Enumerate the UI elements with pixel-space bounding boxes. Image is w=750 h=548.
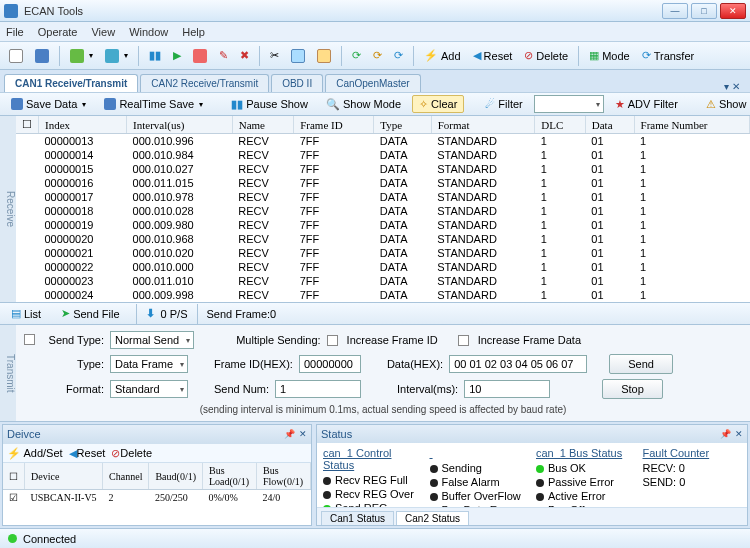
interval-input[interactable]: 10 xyxy=(464,380,550,398)
realtime-save-button[interactable]: RealTime Save▾ xyxy=(97,95,210,113)
row-check[interactable] xyxy=(24,334,35,345)
show-fault-button[interactable]: ⚠Show Fault xyxy=(699,95,750,113)
table-row[interactable]: 00000018000.010.028RECV7FFDATASTANDARD10… xyxy=(16,204,750,218)
receive-grid[interactable]: ☐ Index Interval(us) Name Frame ID Type … xyxy=(16,116,750,302)
menu-file[interactable]: File xyxy=(6,26,24,38)
pause-button[interactable]: ▮▮ xyxy=(144,46,166,66)
show-mode-button[interactable]: 🔍Show Mode xyxy=(319,95,408,113)
table-row[interactable]: 00000013000.010.996RECV7FFDATASTANDARD10… xyxy=(16,134,750,149)
data-input[interactable]: 00 01 02 03 04 05 06 07 xyxy=(449,355,587,373)
table-row[interactable]: 00000017000.010.978RECV7FFDATASTANDARD10… xyxy=(16,190,750,204)
close-button[interactable]: ✕ xyxy=(720,3,746,19)
pin-icon[interactable]: 📌 xyxy=(284,429,295,439)
dev-reset-button[interactable]: ◀Reset xyxy=(69,447,106,460)
col-index[interactable]: Index xyxy=(39,116,127,134)
frameid-input[interactable]: 00000000 xyxy=(299,355,361,373)
mode-button[interactable]: ▦Mode xyxy=(584,46,635,66)
col-device[interactable]: Device xyxy=(25,463,103,490)
tab-canopen[interactable]: CanOpenMaster xyxy=(325,74,420,92)
table-row[interactable]: 00000019000.009.980RECV7FFDATASTANDARD10… xyxy=(16,218,750,232)
col-format[interactable]: Format xyxy=(431,116,535,134)
maximize-button[interactable]: □ xyxy=(691,3,717,19)
refresh2-button[interactable]: ⟳ xyxy=(368,46,387,66)
menu-window[interactable]: Window xyxy=(129,26,168,38)
menu-operate[interactable]: Operate xyxy=(38,26,78,38)
delete-icon: ⊘ xyxy=(111,447,120,459)
delete-button[interactable]: ⊘Delete xyxy=(519,46,573,66)
send-button[interactable]: Send xyxy=(609,354,673,374)
table-row[interactable]: 00000024000.009.998RECV7FFDATASTANDARD10… xyxy=(16,288,750,302)
sendtype-select[interactable]: Normal Send xyxy=(110,331,194,349)
type-select[interactable]: Data Frame xyxy=(110,355,188,373)
menu-help[interactable]: Help xyxy=(182,26,205,38)
col-baud[interactable]: Baud(0/1) xyxy=(149,463,203,490)
close-icon[interactable]: ✕ xyxy=(299,429,307,439)
channel-button[interactable]: ▾ xyxy=(100,46,133,66)
tab-can1-status[interactable]: Can1 Status xyxy=(321,511,394,525)
table-row[interactable]: 00000015000.010.027RECV7FFDATASTANDARD10… xyxy=(16,162,750,176)
receive-side-tab[interactable]: Receive xyxy=(0,116,16,302)
col-frameid[interactable]: Frame ID xyxy=(294,116,374,134)
adv-filter-button[interactable]: ★ADV Filter xyxy=(608,95,685,113)
table-row[interactable]: 00000016000.011.015RECV7FFDATASTANDARD10… xyxy=(16,176,750,190)
send-file-button[interactable]: ➤Send File xyxy=(54,305,126,323)
device-title: Deivce xyxy=(7,428,41,440)
incfid-check[interactable] xyxy=(327,335,338,346)
refresh1-button[interactable]: ⟳ xyxy=(347,46,366,66)
tab-can2[interactable]: CAN2 Receive/Transmit xyxy=(140,74,269,92)
minimize-button[interactable]: — xyxy=(662,3,688,19)
play-button[interactable]: ▶ xyxy=(168,46,186,66)
filter-select[interactable] xyxy=(534,95,604,113)
transfer-button[interactable]: ⟳Transfer xyxy=(637,46,700,66)
tool1-button[interactable]: ✎ xyxy=(214,46,233,66)
device-button[interactable]: ▾ xyxy=(65,46,98,66)
col-interval[interactable]: Interval(us) xyxy=(127,116,233,134)
transmit-side-tab[interactable]: Transmit xyxy=(0,325,16,421)
table-row[interactable]: 00000020000.010.968RECV7FFDATASTANDARD10… xyxy=(16,232,750,246)
col-framenum[interactable]: Frame Number xyxy=(634,116,749,134)
table-row[interactable]: 00000021000.010.020RECV7FFDATASTANDARD10… xyxy=(16,246,750,260)
window-title: ECAN Tools xyxy=(24,5,662,17)
table-row[interactable]: 00000022000.010.000RECV7FFDATASTANDARD10… xyxy=(16,260,750,274)
clear-icon: ✧ xyxy=(419,98,428,111)
filter-button[interactable]: ☄Filter xyxy=(478,95,529,113)
pause-show-button[interactable]: ▮▮Pause Show xyxy=(224,95,315,113)
pin-icon[interactable]: 📌 xyxy=(720,429,731,439)
col-channel[interactable]: Channel xyxy=(103,463,149,490)
format-select[interactable]: Standard xyxy=(110,380,188,398)
add-button[interactable]: ⚡Add xyxy=(419,46,466,66)
dev-delete-button[interactable]: ⊘Delete xyxy=(111,447,152,460)
col-check[interactable]: ☐ xyxy=(16,116,39,134)
sendnum-input[interactable]: 1 xyxy=(275,380,361,398)
save-button[interactable] xyxy=(30,46,54,66)
reset-button[interactable]: ◀Reset xyxy=(468,46,518,66)
copy-button[interactable] xyxy=(286,46,310,66)
dev-addset-button[interactable]: ⚡ Add/Set xyxy=(7,447,63,460)
tab-obd[interactable]: OBD II xyxy=(271,74,323,92)
col-dlc[interactable]: DLC xyxy=(535,116,586,134)
col-busflow[interactable]: Bus Flow(0/1) xyxy=(256,463,310,490)
incfdata-check[interactable] xyxy=(458,335,469,346)
tabs-dropdown[interactable]: ▾ ✕ xyxy=(718,81,746,92)
col-busload[interactable]: Bus Load(0/1) xyxy=(202,463,256,490)
tab-can2-status[interactable]: Can2 Status xyxy=(396,511,469,525)
stop-button[interactable] xyxy=(188,46,212,66)
table-row[interactable]: 00000014000.010.984RECV7FFDATASTANDARD10… xyxy=(16,148,750,162)
tab-can1[interactable]: CAN1 Receive/Transmit xyxy=(4,74,138,92)
table-row[interactable]: 00000023000.011.010RECV7FFDATASTANDARD10… xyxy=(16,274,750,288)
new-button[interactable] xyxy=(4,46,28,66)
menu-view[interactable]: View xyxy=(91,26,115,38)
tool2-button[interactable]: ✖ xyxy=(235,46,254,66)
paste-button[interactable] xyxy=(312,46,336,66)
col-name[interactable]: Name xyxy=(232,116,293,134)
clear-button[interactable]: ✧Clear xyxy=(412,95,464,113)
col-type[interactable]: Type xyxy=(374,116,431,134)
refresh3-button[interactable]: ⟳ xyxy=(389,46,408,66)
list-button[interactable]: ▤List xyxy=(4,305,48,323)
col-data[interactable]: Data xyxy=(585,116,634,134)
stop-button[interactable]: Stop xyxy=(602,379,663,399)
save-data-button[interactable]: Save Data▾ xyxy=(4,95,93,113)
close-icon[interactable]: ✕ xyxy=(735,429,743,439)
device-row[interactable]: ☑ USBCAN-II-V5 2 250/250 0%/0% 24/0 xyxy=(3,490,311,506)
cut-button[interactable]: ✂ xyxy=(265,46,284,66)
